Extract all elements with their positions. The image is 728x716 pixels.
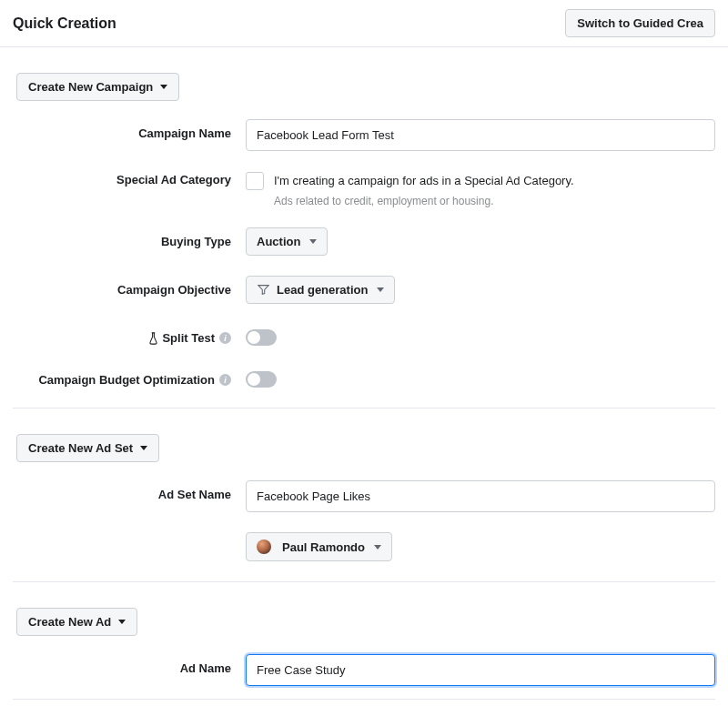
chevron-down-icon [309,239,317,244]
adset-name-row: Ad Set Name [13,480,715,512]
campaign-name-row: Campaign Name [13,119,715,151]
campaign-objective-select[interactable]: Lead generation [246,276,395,304]
chevron-down-icon [140,446,147,450]
create-adset-label: Create New Ad Set [28,441,133,455]
header: Quick Creation Switch to Guided Crea [0,0,728,47]
buying-type-label: Buying Type [13,227,246,248]
ad-name-row: Ad Name [13,654,715,686]
page-value: Paul Ramondo [282,540,365,554]
chevron-down-icon [160,85,167,89]
special-ad-text: I'm creating a campaign for ads in a Spe… [274,171,574,189]
create-new-campaign-button[interactable]: Create New Campaign [16,73,179,101]
adset-name-label: Ad Set Name [13,480,246,501]
campaign-objective-row: Campaign Objective Lead generation [13,276,715,304]
adset-name-input[interactable] [246,480,715,512]
ad-name-label: Ad Name [13,654,246,675]
campaign-name-input[interactable] [246,119,715,151]
split-test-label: Split Test [162,331,215,345]
content-area: Create New Campaign Campaign Name Specia… [0,47,728,700]
create-ad-label: Create New Ad [28,615,111,629]
campaign-objective-value: Lead generation [277,283,368,297]
special-ad-checkbox[interactable] [246,172,264,190]
switch-guided-button[interactable]: Switch to Guided Crea [565,9,715,37]
split-test-label-wrap: Split Test i [13,324,246,345]
split-test-toggle[interactable] [246,329,277,346]
info-icon[interactable]: i [219,374,231,386]
funnel-icon [257,284,269,297]
cbo-row: Campaign Budget Optimization i [13,366,715,388]
create-new-adset-button[interactable]: Create New Ad Set [16,434,159,462]
chevron-down-icon [377,287,384,292]
campaign-name-label: Campaign Name [13,119,246,140]
cbo-label-wrap: Campaign Budget Optimization i [13,366,246,387]
adset-page-row: Paul Ramondo [13,532,715,561]
cbo-label: Campaign Budget Optimization [38,373,215,387]
create-new-ad-button[interactable]: Create New Ad [16,608,137,636]
cbo-toggle[interactable] [246,371,277,388]
section-divider [13,699,715,700]
buying-type-value: Auction [257,235,300,248]
avatar [257,540,271,554]
section-divider [13,408,715,408]
page-select[interactable]: Paul Ramondo [246,532,392,561]
chevron-down-icon [374,545,381,550]
split-test-row: Split Test i [13,324,715,346]
ad-name-input[interactable] [246,654,715,686]
create-campaign-label: Create New Campaign [28,80,153,94]
buying-type-select[interactable]: Auction [246,227,328,256]
section-divider [13,581,715,582]
special-ad-helper: Ads related to credit, employment or hou… [274,195,574,207]
page-title: Quick Creation [13,15,116,32]
special-ad-row: Special Ad Category I'm creating a campa… [13,171,715,207]
info-icon[interactable]: i [219,332,231,344]
campaign-objective-label: Campaign Objective [13,276,246,297]
special-ad-label: Special Ad Category [13,171,246,187]
buying-type-row: Buying Type Auction [13,227,715,256]
beaker-icon [147,332,158,345]
chevron-down-icon [118,620,126,624]
